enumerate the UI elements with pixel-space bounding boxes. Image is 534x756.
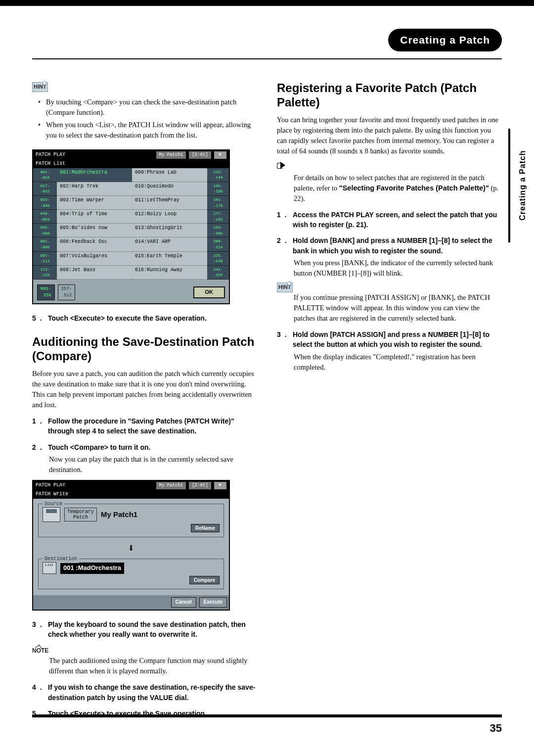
screenshot-subtitle: PATCH Write bbox=[33, 490, 229, 499]
range-button[interactable]: 177- -192 bbox=[207, 210, 229, 224]
range-button[interactable]: 081- -096 bbox=[33, 237, 57, 251]
note-body: The patch auditioned using the Compare f… bbox=[49, 656, 257, 676]
page-footer: 35 bbox=[32, 714, 502, 736]
page-number: 35 bbox=[490, 722, 502, 734]
step-text: Hold down [BANK] and press a NUMBER [1]–… bbox=[293, 236, 502, 256]
step-number: 2 . bbox=[277, 236, 290, 256]
right-column: Registering a Favorite Patch (Patch Pale… bbox=[277, 81, 502, 720]
patch-entry[interactable]: 006:Feedback Osc bbox=[57, 237, 132, 251]
rename-button[interactable]: ReName bbox=[191, 524, 220, 532]
side-tab: Creating a Patch bbox=[508, 129, 534, 242]
source-name: My Patch1 bbox=[101, 509, 137, 520]
patch-entry[interactable]: 011:LetThemPray bbox=[132, 196, 207, 210]
step-text: Follow the procedure in "Saving Patches … bbox=[48, 416, 257, 436]
patch-entry[interactable]: 005:Bo'sides now bbox=[57, 224, 132, 237]
range-button[interactable]: 033- -048 bbox=[33, 196, 57, 210]
list-icon[interactable]: List bbox=[43, 562, 56, 574]
source-group: Source Temporary Patch My Patch1 ReName bbox=[38, 504, 224, 537]
patch-entry[interactable]: 002:Harp Trek bbox=[57, 182, 132, 196]
patch-entry[interactable]: 001:MadOrchestra bbox=[57, 168, 132, 182]
step-2: 2 . Touch <Compare> to turn it on. bbox=[32, 442, 257, 452]
left-column: HINT By touching <Compare> you can check… bbox=[32, 81, 257, 720]
step-text: Touch <Execute> to execute the Save oper… bbox=[48, 313, 207, 323]
range-button[interactable]: 193- -208 bbox=[207, 224, 229, 237]
step-body: When the display indicates "Completed!,"… bbox=[294, 352, 502, 373]
range-button[interactable]: 049- -064 bbox=[33, 210, 57, 224]
patch-list-screenshot: PATCH PLAY My Patch1 [Z-01] ▼ PATCH List… bbox=[32, 149, 230, 304]
page-tab[interactable]: 257- 512 bbox=[58, 284, 76, 300]
ok-button[interactable]: OK bbox=[193, 286, 225, 298]
hint-label: HINT bbox=[277, 283, 293, 292]
range-button[interactable]: 113- -128 bbox=[33, 266, 57, 280]
step-text: Play the keyboard to sound the save dest… bbox=[48, 619, 257, 640]
range-button[interactable]: 001- -016 bbox=[33, 168, 57, 182]
destination-name: 001 :MadOrchestra bbox=[60, 563, 124, 574]
chapter-header: Creating a Patch bbox=[32, 25, 502, 59]
patch-entry[interactable]: 003:Time Warper bbox=[57, 196, 132, 210]
range-button[interactable]: 145- -160 bbox=[207, 182, 229, 196]
compare-button[interactable]: Compare bbox=[189, 576, 220, 584]
dropdown-icon: ▼ bbox=[214, 482, 226, 489]
patch-entry[interactable]: 008:Jet Bass bbox=[57, 266, 132, 280]
range-button[interactable]: 129- -144 bbox=[207, 168, 229, 182]
intro-paragraph: Before you save a patch, you can auditio… bbox=[32, 369, 257, 410]
bar-mid: My Patch1 bbox=[156, 151, 186, 159]
hint-label: HINT bbox=[32, 82, 48, 92]
step-2: 2 . Hold down [BANK] and press a NUMBER … bbox=[277, 236, 502, 256]
step-number: 2 . bbox=[32, 442, 45, 452]
patch-entry[interactable]: 014:VARI ARP bbox=[132, 237, 207, 251]
step-1: 1 . Follow the procedure in "Saving Patc… bbox=[32, 416, 257, 436]
temp-patch-box: Temporary Patch bbox=[64, 508, 97, 521]
range-button[interactable]: 225- -240 bbox=[207, 252, 229, 266]
step-number: 4 . bbox=[32, 682, 45, 703]
hint-item: When you touch <List>, the PATCH List wi… bbox=[38, 120, 257, 141]
patch-entry[interactable]: 012:Noizy Loop bbox=[132, 210, 207, 224]
cancel-button[interactable]: Cancel bbox=[171, 597, 196, 608]
range-button[interactable]: 209- -224 bbox=[207, 237, 229, 251]
patch-entry[interactable]: 009:Phrase Lab bbox=[132, 168, 207, 182]
patch-entry[interactable]: 015:Earth Temple bbox=[132, 252, 207, 266]
step-text: Touch <Compare> to turn it on. bbox=[48, 442, 150, 452]
execute-button[interactable]: Execute bbox=[199, 597, 227, 608]
chapter-title-pill: Creating a Patch bbox=[388, 29, 502, 51]
patch-entry[interactable]: 016:Running Away bbox=[132, 266, 207, 280]
patch-entry[interactable]: 007:VoixBulgares bbox=[57, 252, 132, 266]
patch-entry[interactable]: 013:GhostingGrit bbox=[132, 224, 207, 237]
step-3: 3 . Hold down [PATCH ASSIGN] and press a… bbox=[277, 330, 502, 350]
range-button[interactable]: 241- -256 bbox=[207, 266, 229, 280]
hint-item: By touching <Compare> you can check the … bbox=[38, 97, 257, 118]
note-label: NOTE bbox=[32, 647, 48, 655]
screenshot-footer: Cancel Execute bbox=[33, 595, 229, 610]
range-button[interactable]: 161- -176 bbox=[207, 196, 229, 210]
disk-icon bbox=[43, 507, 60, 522]
page-tab[interactable]: 001- 256 bbox=[37, 284, 55, 300]
patch-list-grid: 001- -016 001:MadOrchestra 009:Phrase La… bbox=[33, 168, 229, 280]
patch-write-screenshot: PATCH PLAY My Patch1 [Z-01] ▼ PATCH Writ… bbox=[32, 480, 230, 611]
step-text: Access the PATCH PLAY screen, and select… bbox=[293, 210, 502, 230]
reference-body: For details on how to select patches tha… bbox=[294, 173, 502, 204]
bar-left: PATCH PLAY bbox=[36, 151, 65, 159]
bar-left: PATCH PLAY bbox=[36, 482, 65, 489]
step-number: 1 . bbox=[32, 416, 45, 436]
screenshot-footer: 001- 256 257- 512 OK bbox=[33, 280, 229, 303]
intro-paragraph: You can bring together your favorite and… bbox=[277, 115, 502, 156]
range-button[interactable]: 097- -112 bbox=[33, 252, 57, 266]
arrow-down-icon: ⬇ bbox=[38, 541, 224, 557]
section-heading-palette: Registering a Favorite Patch (Patch Pale… bbox=[277, 81, 502, 110]
dropdown-icon: ▼ bbox=[214, 151, 226, 159]
top-accent-bar bbox=[0, 0, 534, 6]
screenshot-titlebar: PATCH PLAY My Patch1 [Z-01] ▼ bbox=[33, 150, 229, 160]
step-text: If you wish to change the save destinati… bbox=[48, 682, 257, 703]
patch-entry[interactable]: 010:Quasimodo bbox=[132, 182, 207, 196]
step-3: 3 . Play the keyboard to sound the save … bbox=[32, 619, 257, 640]
screenshot-titlebar: PATCH PLAY My Patch1 [Z-01] ▼ bbox=[33, 481, 229, 490]
bar-mid: My Patch1 bbox=[156, 482, 186, 489]
step-text: Hold down [PATCH ASSIGN] and press a NUM… bbox=[293, 330, 502, 350]
range-button[interactable]: 017- -032 bbox=[33, 182, 57, 196]
patch-entry[interactable]: 004:Trip of Time bbox=[57, 210, 132, 224]
hint-list: By touching <Compare> you can check the … bbox=[38, 97, 257, 141]
step-body: Now you can play the patch that is in th… bbox=[49, 454, 257, 475]
step-number: 5 . bbox=[32, 313, 45, 323]
range-button[interactable]: 065- -080 bbox=[33, 224, 57, 237]
hint-body: If you continue pressing [PATCH ASSIGN] … bbox=[294, 292, 502, 324]
